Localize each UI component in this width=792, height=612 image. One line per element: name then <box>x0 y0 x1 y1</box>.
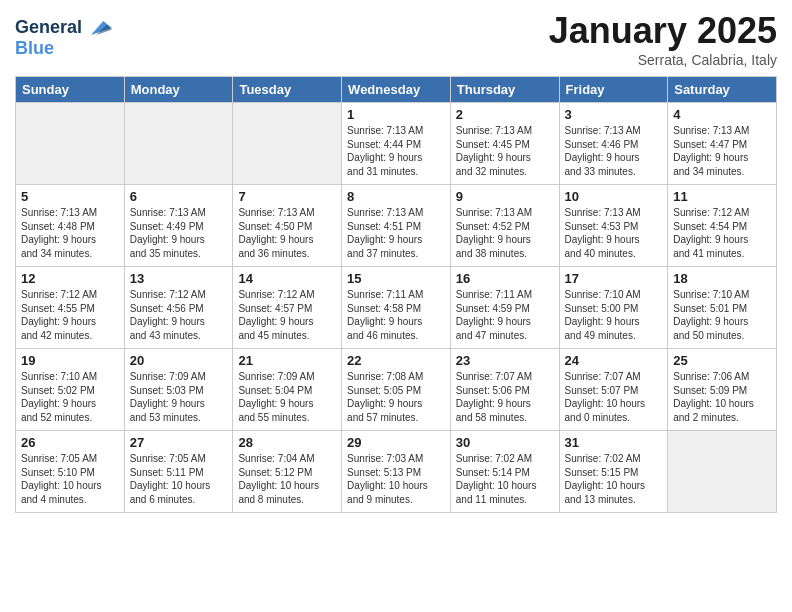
day-number: 21 <box>238 353 336 368</box>
day-detail: Sunrise: 7:10 AM Sunset: 5:01 PM Dayligh… <box>673 288 771 342</box>
calendar-cell <box>124 103 233 185</box>
calendar-cell: 9Sunrise: 7:13 AM Sunset: 4:52 PM Daylig… <box>450 185 559 267</box>
calendar-week-2: 12Sunrise: 7:12 AM Sunset: 4:55 PM Dayli… <box>16 267 777 349</box>
day-number: 29 <box>347 435 445 450</box>
col-friday: Friday <box>559 77 668 103</box>
day-detail: Sunrise: 7:11 AM Sunset: 4:59 PM Dayligh… <box>456 288 554 342</box>
day-number: 14 <box>238 271 336 286</box>
col-tuesday: Tuesday <box>233 77 342 103</box>
day-number: 7 <box>238 189 336 204</box>
calendar-cell <box>233 103 342 185</box>
calendar: Sunday Monday Tuesday Wednesday Thursday… <box>15 76 777 513</box>
calendar-cell: 11Sunrise: 7:12 AM Sunset: 4:54 PM Dayli… <box>668 185 777 267</box>
calendar-cell: 25Sunrise: 7:06 AM Sunset: 5:09 PM Dayli… <box>668 349 777 431</box>
day-number: 24 <box>565 353 663 368</box>
day-detail: Sunrise: 7:08 AM Sunset: 5:05 PM Dayligh… <box>347 370 445 424</box>
calendar-cell: 3Sunrise: 7:13 AM Sunset: 4:46 PM Daylig… <box>559 103 668 185</box>
calendar-cell: 6Sunrise: 7:13 AM Sunset: 4:49 PM Daylig… <box>124 185 233 267</box>
day-detail: Sunrise: 7:09 AM Sunset: 5:04 PM Dayligh… <box>238 370 336 424</box>
calendar-cell: 10Sunrise: 7:13 AM Sunset: 4:53 PM Dayli… <box>559 185 668 267</box>
calendar-cell: 21Sunrise: 7:09 AM Sunset: 5:04 PM Dayli… <box>233 349 342 431</box>
day-detail: Sunrise: 7:13 AM Sunset: 4:47 PM Dayligh… <box>673 124 771 178</box>
day-number: 27 <box>130 435 228 450</box>
day-detail: Sunrise: 7:13 AM Sunset: 4:52 PM Dayligh… <box>456 206 554 260</box>
day-number: 16 <box>456 271 554 286</box>
day-number: 18 <box>673 271 771 286</box>
calendar-cell <box>16 103 125 185</box>
logo-text: General <box>15 18 82 38</box>
day-number: 19 <box>21 353 119 368</box>
day-number: 30 <box>456 435 554 450</box>
day-number: 15 <box>347 271 445 286</box>
day-number: 26 <box>21 435 119 450</box>
calendar-cell: 7Sunrise: 7:13 AM Sunset: 4:50 PM Daylig… <box>233 185 342 267</box>
calendar-cell: 23Sunrise: 7:07 AM Sunset: 5:06 PM Dayli… <box>450 349 559 431</box>
col-sunday: Sunday <box>16 77 125 103</box>
day-number: 28 <box>238 435 336 450</box>
calendar-cell: 30Sunrise: 7:02 AM Sunset: 5:14 PM Dayli… <box>450 431 559 513</box>
day-number: 10 <box>565 189 663 204</box>
day-detail: Sunrise: 7:13 AM Sunset: 4:44 PM Dayligh… <box>347 124 445 178</box>
day-detail: Sunrise: 7:13 AM Sunset: 4:51 PM Dayligh… <box>347 206 445 260</box>
calendar-cell: 18Sunrise: 7:10 AM Sunset: 5:01 PM Dayli… <box>668 267 777 349</box>
calendar-week-1: 5Sunrise: 7:13 AM Sunset: 4:48 PM Daylig… <box>16 185 777 267</box>
calendar-cell: 27Sunrise: 7:05 AM Sunset: 5:11 PM Dayli… <box>124 431 233 513</box>
calendar-week-4: 26Sunrise: 7:05 AM Sunset: 5:10 PM Dayli… <box>16 431 777 513</box>
calendar-cell: 19Sunrise: 7:10 AM Sunset: 5:02 PM Dayli… <box>16 349 125 431</box>
col-monday: Monday <box>124 77 233 103</box>
calendar-cell: 1Sunrise: 7:13 AM Sunset: 4:44 PM Daylig… <box>342 103 451 185</box>
day-number: 25 <box>673 353 771 368</box>
day-number: 3 <box>565 107 663 122</box>
day-number: 9 <box>456 189 554 204</box>
day-number: 6 <box>130 189 228 204</box>
calendar-cell: 13Sunrise: 7:12 AM Sunset: 4:56 PM Dayli… <box>124 267 233 349</box>
day-detail: Sunrise: 7:10 AM Sunset: 5:02 PM Dayligh… <box>21 370 119 424</box>
calendar-cell: 20Sunrise: 7:09 AM Sunset: 5:03 PM Dayli… <box>124 349 233 431</box>
day-detail: Sunrise: 7:13 AM Sunset: 4:45 PM Dayligh… <box>456 124 554 178</box>
calendar-cell: 29Sunrise: 7:03 AM Sunset: 5:13 PM Dayli… <box>342 431 451 513</box>
day-number: 4 <box>673 107 771 122</box>
day-detail: Sunrise: 7:12 AM Sunset: 4:56 PM Dayligh… <box>130 288 228 342</box>
day-number: 20 <box>130 353 228 368</box>
day-detail: Sunrise: 7:07 AM Sunset: 5:07 PM Dayligh… <box>565 370 663 424</box>
day-detail: Sunrise: 7:12 AM Sunset: 4:54 PM Dayligh… <box>673 206 771 260</box>
calendar-cell: 26Sunrise: 7:05 AM Sunset: 5:10 PM Dayli… <box>16 431 125 513</box>
calendar-cell: 14Sunrise: 7:12 AM Sunset: 4:57 PM Dayli… <box>233 267 342 349</box>
day-detail: Sunrise: 7:10 AM Sunset: 5:00 PM Dayligh… <box>565 288 663 342</box>
day-number: 22 <box>347 353 445 368</box>
day-number: 8 <box>347 189 445 204</box>
page-container: General Blue January 2025 Serrata, Calab… <box>0 0 792 523</box>
day-number: 13 <box>130 271 228 286</box>
day-detail: Sunrise: 7:13 AM Sunset: 4:48 PM Dayligh… <box>21 206 119 260</box>
calendar-cell: 16Sunrise: 7:11 AM Sunset: 4:59 PM Dayli… <box>450 267 559 349</box>
calendar-cell: 31Sunrise: 7:02 AM Sunset: 5:15 PM Dayli… <box>559 431 668 513</box>
calendar-cell: 17Sunrise: 7:10 AM Sunset: 5:00 PM Dayli… <box>559 267 668 349</box>
day-number: 11 <box>673 189 771 204</box>
day-detail: Sunrise: 7:03 AM Sunset: 5:13 PM Dayligh… <box>347 452 445 506</box>
calendar-cell: 28Sunrise: 7:04 AM Sunset: 5:12 PM Dayli… <box>233 431 342 513</box>
day-number: 2 <box>456 107 554 122</box>
day-detail: Sunrise: 7:13 AM Sunset: 4:53 PM Dayligh… <box>565 206 663 260</box>
day-number: 1 <box>347 107 445 122</box>
calendar-cell: 5Sunrise: 7:13 AM Sunset: 4:48 PM Daylig… <box>16 185 125 267</box>
day-number: 12 <box>21 271 119 286</box>
day-detail: Sunrise: 7:07 AM Sunset: 5:06 PM Dayligh… <box>456 370 554 424</box>
calendar-cell: 12Sunrise: 7:12 AM Sunset: 4:55 PM Dayli… <box>16 267 125 349</box>
day-detail: Sunrise: 7:06 AM Sunset: 5:09 PM Dayligh… <box>673 370 771 424</box>
header: General Blue January 2025 Serrata, Calab… <box>15 10 777 68</box>
day-number: 17 <box>565 271 663 286</box>
day-detail: Sunrise: 7:13 AM Sunset: 4:49 PM Dayligh… <box>130 206 228 260</box>
calendar-cell <box>668 431 777 513</box>
day-detail: Sunrise: 7:13 AM Sunset: 4:46 PM Dayligh… <box>565 124 663 178</box>
day-detail: Sunrise: 7:09 AM Sunset: 5:03 PM Dayligh… <box>130 370 228 424</box>
calendar-cell: 8Sunrise: 7:13 AM Sunset: 4:51 PM Daylig… <box>342 185 451 267</box>
calendar-cell: 2Sunrise: 7:13 AM Sunset: 4:45 PM Daylig… <box>450 103 559 185</box>
day-number: 5 <box>21 189 119 204</box>
calendar-cell: 15Sunrise: 7:11 AM Sunset: 4:58 PM Dayli… <box>342 267 451 349</box>
day-detail: Sunrise: 7:05 AM Sunset: 5:11 PM Dayligh… <box>130 452 228 506</box>
day-detail: Sunrise: 7:02 AM Sunset: 5:15 PM Dayligh… <box>565 452 663 506</box>
logo: General Blue <box>15 14 112 59</box>
location: Serrata, Calabria, Italy <box>549 52 777 68</box>
day-detail: Sunrise: 7:13 AM Sunset: 4:50 PM Dayligh… <box>238 206 336 260</box>
calendar-cell: 24Sunrise: 7:07 AM Sunset: 5:07 PM Dayli… <box>559 349 668 431</box>
